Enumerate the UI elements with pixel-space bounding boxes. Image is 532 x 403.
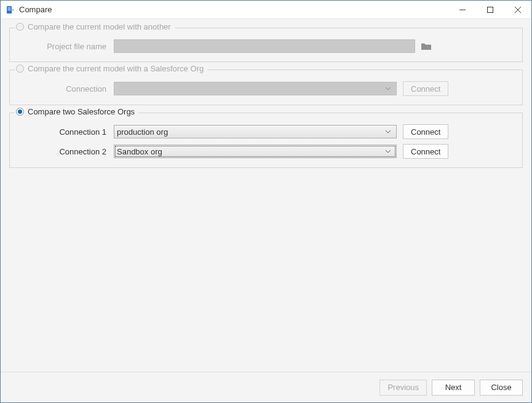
project-file-label: Project file name bbox=[18, 42, 114, 51]
dropdown-value: Sandbox org bbox=[117, 147, 162, 156]
connection-dropdown bbox=[114, 82, 397, 95]
svg-rect-2 bbox=[8, 9, 11, 9]
connection2-label: Connection 2 bbox=[18, 147, 114, 156]
radio-model-vs-org[interactable] bbox=[16, 65, 24, 73]
close-window-button[interactable] bbox=[504, 1, 531, 19]
svg-rect-1 bbox=[8, 7, 11, 8]
option-legend: Compare the current model with another bbox=[28, 22, 171, 31]
connection-label: Connection bbox=[18, 84, 114, 94]
radio-model-vs-model[interactable] bbox=[16, 23, 24, 31]
dialog-content: Compare the current model with another P… bbox=[1, 19, 531, 372]
chevron-down-icon bbox=[383, 87, 394, 90]
connection1-label: Connection 1 bbox=[18, 127, 114, 137]
chevron-down-icon bbox=[383, 130, 394, 134]
option-model-vs-model: Compare the current model with another P… bbox=[9, 28, 523, 62]
window-title: Compare bbox=[19, 5, 52, 14]
maximize-button[interactable] bbox=[476, 1, 504, 19]
next-button[interactable]: Next bbox=[432, 380, 475, 396]
minimize-button[interactable] bbox=[448, 1, 476, 19]
app-icon bbox=[6, 5, 15, 15]
connection2-dropdown[interactable]: Sandbox org bbox=[114, 145, 397, 158]
chevron-down-icon bbox=[383, 150, 394, 153]
svg-point-4 bbox=[12, 9, 14, 10]
titlebar: Compare bbox=[1, 1, 531, 19]
option-org-vs-org: Compare two Salesforce Orgs Connection 1… bbox=[9, 113, 523, 168]
option-model-vs-org: Compare the current model with a Salesfo… bbox=[9, 70, 523, 105]
compare-dialog: Compare Compare the current model with a… bbox=[0, 0, 532, 403]
connect-button-1[interactable]: Connect bbox=[403, 124, 448, 139]
dialog-footer: Previous Next Close bbox=[1, 372, 531, 402]
folder-icon bbox=[420, 40, 432, 52]
svg-rect-3 bbox=[8, 10, 11, 10]
radio-org-vs-org[interactable] bbox=[16, 108, 24, 116]
previous-button: Previous bbox=[379, 380, 427, 396]
connect-button-2[interactable]: Connect bbox=[403, 144, 448, 159]
svg-rect-6 bbox=[487, 7, 493, 12]
option-legend: Compare the current model with a Salesfo… bbox=[28, 64, 204, 73]
project-file-input bbox=[114, 39, 415, 53]
option-legend: Compare two Salesforce Orgs bbox=[28, 107, 135, 116]
connection1-dropdown[interactable]: production org bbox=[114, 125, 397, 138]
close-button[interactable]: Close bbox=[480, 380, 523, 396]
dropdown-value: production org bbox=[117, 127, 168, 137]
connect-button: Connect bbox=[403, 81, 448, 96]
